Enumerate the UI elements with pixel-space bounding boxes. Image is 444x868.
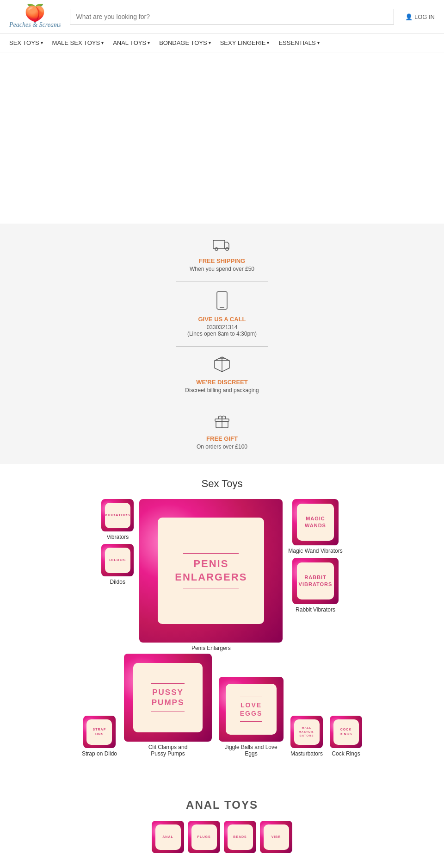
discreet-desc: Discreet billing and packaging (185, 387, 259, 393)
logo-text: Peaches & Screams (9, 21, 61, 29)
anal-toys-row: ANAL PLUGS BEADS VIBR (0, 821, 444, 853)
product-penis-enlargers[interactable]: PENISENLARGERS Penis Enlargers (139, 499, 283, 651)
logo-area[interactable]: 🍑 Peaches & Screams (9, 5, 61, 29)
nav-sexy-lingerie-label: SEXY LINGERIE (220, 39, 266, 46)
masturbators-label: Masturbators (290, 750, 323, 757)
hero-area (0, 52, 444, 224)
chevron-down-icon: ▾ (148, 40, 150, 45)
product-vibrators[interactable]: VIBRATORS Vibrators (101, 499, 134, 540)
anal-product-1[interactable]: ANAL (152, 821, 184, 853)
divider (176, 403, 268, 403)
info-discreet: WE'RE DISCREET Discreet billing and pack… (185, 356, 259, 393)
pussy-pumps-label: Clit Clamps and Pussy Pumps (140, 744, 196, 757)
strap-on-label: Strap on Dildo (82, 750, 117, 757)
info-section: FREE SHIPPING When you spend over £50 GI… (0, 224, 444, 464)
nav-anal-toys[interactable]: ANAL TOYS ▾ (113, 39, 150, 46)
anal-product-2[interactable]: PLUGS (188, 821, 220, 853)
user-icon: 👤 (405, 13, 413, 20)
anal-toys-section: ANAL TOYS ANAL PLUGS BEADS (0, 799, 444, 853)
product-pussy-pumps[interactable]: PUSSY PUMPS Clit Clamps and Pussy Pumps (124, 654, 212, 757)
nav-bondage-toys-label: BONDAGE TOYS (159, 39, 207, 46)
bottom-products-row: STRAPONS Strap on Dildo PUSSY PUMPS Clit… (9, 654, 435, 757)
nav-essentials-label: ESSENTIALS (278, 39, 315, 46)
product-magic-wands[interactable]: MAGICWANDS Magic Wand Vibrators (288, 499, 342, 554)
free-shipping-desc: When you spend over £50 (190, 266, 254, 272)
anal-toys-title: ANAL TOYS (0, 799, 444, 812)
product-strap-on[interactable]: STRAPONS Strap on Dildo (82, 716, 117, 757)
rabbit-vibrators-label: Rabbit Vibrators (296, 606, 335, 613)
svg-point-1 (215, 248, 218, 250)
svg-rect-0 (213, 240, 225, 249)
chevron-down-icon: ▾ (317, 40, 320, 45)
nav-essentials[interactable]: ESSENTIALS ▾ (278, 39, 319, 46)
info-free-shipping: FREE SHIPPING When you spend over £50 (190, 237, 254, 272)
spacer (0, 766, 444, 785)
phone-icon (215, 291, 229, 313)
nav-sex-toys[interactable]: SEX TOYS ▾ (9, 39, 43, 46)
right-thumbnails: MAGICWANDS Magic Wand Vibrators RABBITVI… (288, 499, 342, 613)
nav-bondage-toys[interactable]: BONDAGE TOYS ▾ (159, 39, 211, 46)
divider (176, 346, 268, 347)
gift-desc: On orders over £100 (197, 443, 247, 450)
search-input[interactable] (70, 9, 394, 25)
nav-anal-toys-label: ANAL TOYS (113, 39, 146, 46)
nav-male-sex-toys[interactable]: MALE SEX TOYS ▾ (52, 39, 104, 46)
info-gift: FREE GIFT On orders over £100 (197, 412, 247, 450)
vibrators-label: Vibrators (106, 534, 129, 540)
chevron-down-icon: ▾ (101, 40, 104, 45)
call-title: GIVE US A CALL (198, 316, 246, 323)
magic-wands-label: Magic Wand Vibrators (288, 548, 342, 554)
left-thumbnails: VIBRATORS Vibrators DILDOS Dildos (101, 499, 134, 585)
dildos-label: Dildos (110, 579, 125, 585)
penis-enlargers-label: Penis Enlargers (191, 645, 231, 651)
nav-male-sex-toys-label: MALE SEX TOYS (52, 39, 100, 46)
chevron-down-icon: ▾ (209, 40, 211, 45)
svg-rect-3 (217, 292, 227, 309)
site-header: 🍑 Peaches & Screams 👤 LOG IN (0, 0, 444, 34)
gift-icon (214, 412, 230, 432)
chevron-down-icon: ▾ (41, 40, 43, 45)
package-icon (214, 356, 230, 376)
search-bar[interactable] (70, 9, 394, 25)
call-hours: (Lines open 8am to 4:30pm) (187, 331, 257, 337)
free-shipping-title: FREE SHIPPING (199, 257, 245, 264)
info-call: GIVE US A CALL 0330321314 (Lines open 8a… (187, 291, 257, 337)
svg-point-2 (226, 248, 228, 250)
logo-icon: 🍑 (25, 5, 45, 21)
truck-icon (213, 237, 231, 255)
call-phone: 0330321314 (207, 324, 238, 331)
anal-product-3[interactable]: BEADS (224, 821, 256, 853)
discreet-title: WE'RE DISCREET (196, 379, 247, 386)
sex-toys-section: Sex Toys VIBRATORS Vibrators DILDOS (0, 478, 444, 766)
product-cock-rings[interactable]: COCKRINGS Cock Rings (330, 716, 362, 757)
info-grid: FREE SHIPPING When you spend over £50 GI… (176, 237, 268, 450)
cock-rings-label: Cock Rings (332, 750, 360, 757)
product-dildos[interactable]: DILDOS Dildos (101, 544, 134, 585)
divider (176, 281, 268, 282)
main-nav: SEX TOYS ▾ MALE SEX TOYS ▾ ANAL TOYS ▾ B… (0, 34, 444, 52)
gift-title: FREE GIFT (206, 435, 238, 442)
nav-sex-toys-label: SEX TOYS (9, 39, 39, 46)
product-masturbators[interactable]: MALEMASTUR-BATORS Masturbators (290, 716, 323, 757)
anal-product-4[interactable]: VIBR (260, 821, 292, 853)
sex-toys-title: Sex Toys (9, 478, 435, 490)
product-rabbit-vibrators[interactable]: RABBITVIBRATORS Rabbit Vibrators (292, 558, 339, 613)
nav-sexy-lingerie[interactable]: SEXY LINGERIE ▾ (220, 39, 270, 46)
chevron-down-icon: ▾ (267, 40, 269, 45)
love-eggs-label: Jiggle Balls and Love Eggs (223, 744, 279, 757)
login-button[interactable]: 👤 LOG IN (403, 13, 435, 20)
login-label: LOG IN (414, 13, 435, 20)
product-love-eggs[interactable]: LOVE EGGS Jiggle Balls and Love Eggs (219, 677, 284, 757)
